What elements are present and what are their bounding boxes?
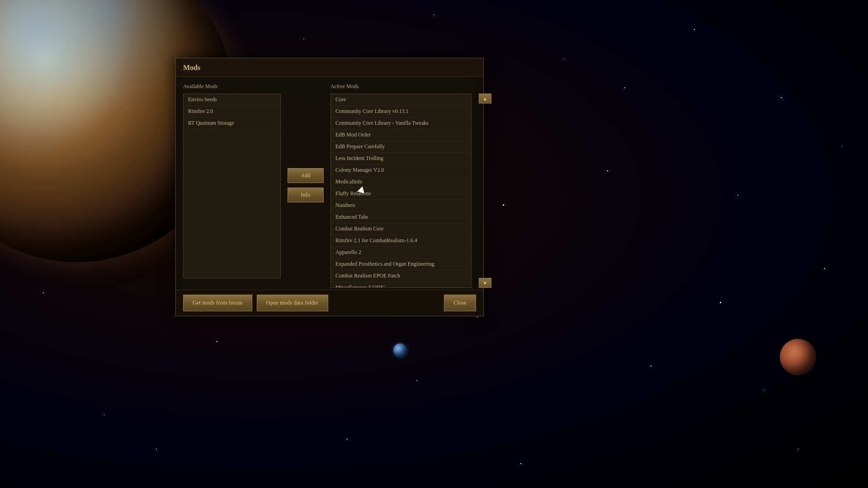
active-mod-item[interactable]: Community Core Library - Vanilla Tweaks [331,117,471,129]
active-mods-list[interactable]: CoreCommunity Core Library v0.13.1Commun… [330,94,472,288]
middle-buttons-area: Add Info [285,83,326,278]
available-mod-item[interactable]: RT Quatnum Storage [184,117,280,129]
close-button[interactable]: Close [444,295,476,311]
dialog-footer: Get mods from forum Open mods data folde… [176,290,483,316]
planet-blue-small [393,343,407,357]
active-mods-panel: Active Mods CoreCommunity Core Library v… [330,83,476,278]
active-mod-item[interactable]: EdB Mod Order [331,129,471,141]
scroll-up-button[interactable]: ▲ [479,94,491,103]
available-mods-label: Available Mods [183,83,281,90]
active-mod-item[interactable]: Less Incident Trolling [331,153,471,164]
active-mods-label: Active Mods [330,83,476,90]
available-mods-panel: Available Mods Enviro SeedsRimfire 2.0RT… [183,83,281,278]
open-mods-folder-button[interactable]: Open mods data folder [257,295,328,311]
scroll-up-arrow: ▲ [483,96,487,101]
scroll-down-button[interactable]: ▼ [479,278,491,288]
active-mod-item[interactable]: Combat Realism EPOE Patch [331,270,471,282]
active-mod-item[interactable]: Combat Realism Core [331,223,471,235]
active-mod-item[interactable]: Colony Manager V2.0 [331,164,471,176]
dialog-title: Mods [176,58,483,77]
active-mod-item[interactable]: Expanded Prosthetics and Organ Engineeri… [331,258,471,270]
scroll-down-arrow: ▼ [483,281,487,286]
active-mod-item[interactable]: Core [331,94,471,106]
active-mod-item[interactable]: Numbers [331,200,471,211]
get-mods-forum-button[interactable]: Get mods from forum [183,295,252,311]
info-button[interactable]: Info [288,188,324,202]
active-mod-item[interactable]: EdB Prepare Carefully [331,141,471,153]
active-mod-item[interactable]: Community Core Library v0.13.1 [331,106,471,117]
dialog-body: Available Mods Enviro SeedsRimfire 2.0RT… [176,77,483,285]
active-mod-item[interactable]: Fluffy Relations [331,188,471,200]
planet-small-red [780,339,816,375]
available-mods-list[interactable]: Enviro SeedsRimfire 2.0RT Quatnum Storag… [183,94,281,278]
active-mod-item[interactable]: Rimfire 2.1 for CombatRealism-1.6.4 [331,235,471,247]
add-button[interactable]: Add [288,168,324,183]
active-mod-item[interactable]: Enhanced Tabs [331,211,471,223]
available-mod-item[interactable]: Enviro Seeds [184,94,280,106]
active-mod-item[interactable]: Apparello 2 [331,247,471,258]
footer-left-buttons: Get mods from forum Open mods data folde… [183,295,328,311]
active-list-container: CoreCommunity Core Library v0.13.1Commun… [330,94,476,288]
active-mod-item[interactable]: Miscellaneous 'CORE' [331,282,471,288]
active-mod-item[interactable]: MedicalInfo [331,176,471,188]
mods-dialog: Mods Available Mods Enviro SeedsRimfire … [175,58,484,316]
available-mod-item[interactable]: Rimfire 2.0 [184,106,280,117]
